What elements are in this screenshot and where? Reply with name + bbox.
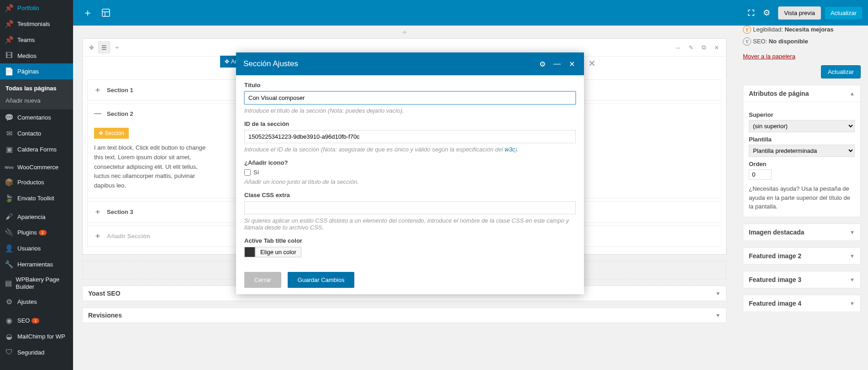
update-button[interactable]: Actualizar — [825, 6, 863, 20]
plug-icon: 🔌 — [5, 228, 14, 237]
css-input[interactable] — [244, 201, 576, 214]
box-header[interactable]: Featured image 2▼ — [743, 248, 860, 264]
modal-footer: Cerrar Guardar Cambios — [236, 266, 584, 294]
cerrar-button[interactable]: Cerrar — [244, 272, 281, 288]
sidebar-item-wpbakery[interactable]: ▤WPBakery Page Builder — [0, 272, 73, 294]
icono-checkbox[interactable] — [244, 169, 251, 176]
sidebar-item-medios[interactable]: 🎞Medios — [0, 48, 73, 63]
modal-close-icon[interactable]: ✕ — [567, 59, 577, 69]
atributos-header[interactable]: Atributos de página▲ — [743, 85, 860, 102]
chevron-down-icon: ▼ — [850, 277, 855, 282]
sidebar-label: Contacto — [17, 130, 41, 137]
superior-label: Superior — [749, 111, 855, 118]
modal-gear-icon[interactable]: ⚙ — [537, 59, 547, 69]
media-icon: 🎞 — [5, 52, 14, 60]
badge-count: 1 — [32, 318, 39, 323]
text-block[interactable]: I am text block. Click edit button to ch… — [94, 143, 213, 191]
close-outer-icon[interactable]: ✕ — [588, 58, 596, 69]
sidebar-item-contacto[interactable]: ✉Contacto — [0, 125, 73, 141]
mail-icon: ✉ — [5, 129, 14, 138]
sidebar-item-herramientas[interactable]: 🔧Herramientas — [0, 256, 73, 272]
columns-icon[interactable]: ☰ — [98, 42, 110, 53]
actualizar-button[interactable]: Actualizar — [821, 65, 861, 78]
help-text: ¿Necesitas ayuda? Usa la pestaña de ayud… — [749, 184, 855, 211]
box-title: Imagen destacada — [749, 229, 804, 236]
preview-button[interactable]: Vista previa — [778, 6, 821, 20]
sidebar-label: Testimonials — [17, 21, 50, 27]
submenu-todas[interactable]: Todas las páginas — [0, 82, 73, 94]
sidebar-item-ajustes[interactable]: ⚙Ajustes — [0, 294, 73, 310]
drag-icon[interactable]: ↔ — [672, 42, 684, 53]
sidebar-item-testimonials[interactable]: 📌Testimonials — [0, 16, 73, 32]
plus-icon: ＋ — [94, 85, 102, 95]
settings-button[interactable]: ⚙ — [759, 5, 774, 21]
add-row-top[interactable]: ＋ — [82, 26, 726, 38]
color-button[interactable]: Elige un color — [255, 247, 301, 257]
box-header[interactable]: Featured image 3▼ — [743, 271, 860, 288]
add-icon[interactable]: ＋ — [111, 42, 123, 53]
modal-body: Título Introduce el título de la sección… — [236, 75, 584, 266]
sidebar-item-usuarios[interactable]: 👤Usuarios — [0, 240, 73, 256]
seo-value: No disponible — [769, 38, 808, 45]
edit-icon[interactable]: ✎ — [685, 42, 697, 53]
delete-icon[interactable]: ✕ — [710, 42, 722, 53]
fullscreen-button[interactable] — [743, 5, 759, 21]
titulo-input[interactable] — [244, 91, 576, 104]
move-icon[interactable]: ✥ — [85, 42, 97, 53]
sidebar-label: Herramientas — [17, 261, 53, 268]
settings-icon: ⚙ — [5, 297, 14, 306]
sidebar-item-mailchimp[interactable]: ◒MailChimp for WP — [0, 328, 73, 344]
sidebar-label: Páginas — [17, 68, 39, 75]
sidebar-item-portfolio[interactable]: 📌Portfolio — [0, 0, 73, 16]
topbar: ＋ ⚙ Vista previa Actualizar — [73, 0, 868, 26]
w3c-link[interactable]: w3c — [505, 146, 515, 153]
badge-count: 2 — [39, 230, 47, 235]
sidebar-item-apariencia[interactable]: 🖌Apariencia — [0, 209, 73, 224]
sidebar-item-paginas[interactable]: 📄Páginas — [0, 63, 73, 79]
section-title: Section 3 — [107, 208, 133, 215]
templates-button[interactable] — [97, 4, 115, 22]
orden-input[interactable] — [749, 169, 772, 180]
section-title: Section 2 — [107, 110, 133, 117]
yoast-icon: Y — [743, 37, 751, 46]
sidebar-item-comentarios[interactable]: 💬Comentarios — [0, 109, 73, 125]
box-header[interactable]: Featured image 4▼ — [743, 295, 860, 312]
yoast-icon: Y — [743, 26, 751, 34]
sidebar-item-caldera[interactable]: ▣Caldera Forms — [0, 141, 73, 157]
sidebar-item-woocommerce[interactable]: WooWooCommerce — [0, 160, 73, 174]
id-input[interactable] — [244, 130, 576, 143]
box-title: Atributos de página — [749, 90, 809, 97]
sidebar-item-teams[interactable]: 📌Teams — [0, 32, 73, 48]
orden-label: Orden — [749, 161, 855, 167]
sidebar-item-seguridad[interactable]: 🛡Seguridad — [0, 344, 73, 360]
seo-label: SEO: — [753, 38, 767, 45]
seccion-tag[interactable]: Sección — [94, 128, 129, 139]
submenu-anadir[interactable]: Añadir nueva — [0, 94, 73, 107]
plantilla-select[interactable]: Plantilla predeterminada — [749, 145, 855, 157]
revisiones-header[interactable]: Revisiones▼ — [83, 308, 726, 323]
chevron-down-icon: ▼ — [715, 313, 721, 318]
chevron-down-icon: ▼ — [715, 291, 721, 296]
legibilidad-row: YLegibilidad: Necesita mejoras — [743, 26, 861, 34]
sidebar-label: Usuarios — [17, 245, 41, 252]
trash-link[interactable]: Mover a la papelera — [743, 53, 795, 60]
add-element-button[interactable]: ＋ — [79, 4, 97, 22]
modal-header[interactable]: Sección Ajustes ⚙ — ✕ — [236, 52, 584, 75]
icono-hint: Añadir un icono junto al título de la se… — [244, 178, 576, 185]
form-icon: ▣ — [5, 145, 14, 154]
sidebar-item-plugins[interactable]: 🔌Plugins2 — [0, 224, 73, 240]
pin-icon: 📌 — [5, 4, 14, 12]
sidebar-label: Teams — [17, 36, 35, 43]
color-swatch[interactable] — [244, 247, 255, 257]
guardar-button[interactable]: Guardar Cambios — [288, 272, 355, 288]
clone-icon[interactable]: ⧉ — [698, 42, 710, 53]
product-icon: 📦 — [5, 178, 14, 187]
sidebar-item-productos[interactable]: 📦Productos — [0, 174, 73, 190]
sidebar-label: Portfolio — [17, 5, 39, 11]
superior-select[interactable]: (sin superior) — [749, 120, 855, 132]
box-header[interactable]: Imagen destacada▼ — [743, 224, 860, 240]
sidebar-item-envato[interactable]: 🍃Envato Toolkit — [0, 190, 73, 206]
modal-minimize-icon[interactable]: — — [552, 59, 562, 69]
sidebar-item-seo[interactable]: ◉SEO1 — [0, 313, 73, 328]
legibilidad-label: Legibilidad: — [753, 26, 783, 33]
